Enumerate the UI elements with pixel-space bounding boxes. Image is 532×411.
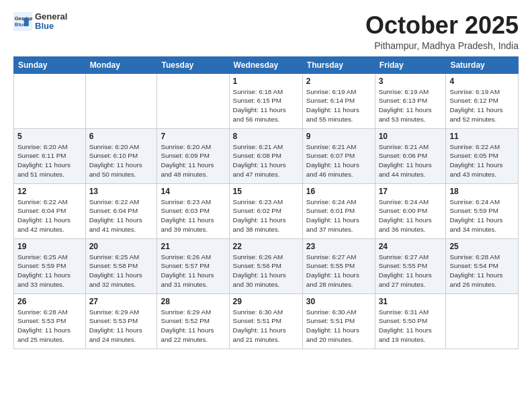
week-row-2: 12Sunrise: 6:22 AM Sunset: 6:04 PM Dayli… (14, 183, 519, 238)
day-number: 4 (449, 77, 515, 86)
week-row-4: 26Sunrise: 6:28 AM Sunset: 5:53 PM Dayli… (14, 293, 519, 349)
day-number: 2 (306, 77, 371, 86)
day-number: 29 (233, 297, 299, 306)
day-number: 28 (161, 297, 225, 306)
day-number: 12 (17, 187, 82, 196)
day-number: 6 (89, 132, 154, 141)
day-info: Sunrise: 6:21 AM Sunset: 6:06 PM Dayligh… (379, 142, 443, 179)
calendar-cell: 15Sunrise: 6:23 AM Sunset: 6:02 PM Dayli… (229, 183, 302, 238)
location-subtitle: Pithampur, Madhya Pradesh, India (365, 40, 519, 51)
day-number: 15 (233, 187, 299, 196)
day-info: Sunrise: 6:29 AM Sunset: 5:52 PM Dayligh… (161, 308, 225, 345)
day-number: 13 (89, 187, 154, 196)
logo-icon: General Blue (13, 12, 32, 31)
week-row-0: 1Sunrise: 6:18 AM Sunset: 6:15 PM Daylig… (14, 73, 519, 128)
calendar-cell: 22Sunrise: 6:26 AM Sunset: 5:56 PM Dayli… (229, 238, 302, 293)
calendar-cell: 10Sunrise: 6:21 AM Sunset: 6:06 PM Dayli… (375, 128, 446, 183)
day-number: 18 (449, 187, 515, 196)
calendar-cell: 24Sunrise: 6:27 AM Sunset: 5:55 PM Dayli… (375, 238, 446, 293)
day-number: 3 (379, 77, 443, 86)
day-number: 23 (306, 242, 371, 251)
day-number: 16 (306, 187, 371, 196)
calendar-cell: 6Sunrise: 6:20 AM Sunset: 6:10 PM Daylig… (85, 128, 157, 183)
weekday-header-row: Sunday Monday Tuesday Wednesday Thursday… (14, 56, 519, 73)
day-number: 8 (233, 132, 299, 141)
header-friday: Friday (375, 56, 446, 73)
day-info: Sunrise: 6:24 AM Sunset: 6:00 PM Dayligh… (379, 197, 443, 234)
svg-text:General: General (15, 16, 32, 22)
day-info: Sunrise: 6:27 AM Sunset: 5:55 PM Dayligh… (379, 253, 443, 289)
calendar-cell: 27Sunrise: 6:29 AM Sunset: 5:53 PM Dayli… (85, 293, 157, 349)
day-info: Sunrise: 6:29 AM Sunset: 5:53 PM Dayligh… (89, 308, 154, 345)
calendar-cell: 18Sunrise: 6:24 AM Sunset: 5:59 PM Dayli… (446, 183, 519, 238)
calendar-cell: 2Sunrise: 6:19 AM Sunset: 6:14 PM Daylig… (302, 73, 375, 128)
day-number: 30 (306, 297, 371, 306)
calendar-body: 1Sunrise: 6:18 AM Sunset: 6:15 PM Daylig… (14, 73, 519, 349)
day-number: 31 (379, 297, 443, 306)
day-number: 21 (161, 242, 225, 251)
calendar-cell: 1Sunrise: 6:18 AM Sunset: 6:15 PM Daylig… (229, 73, 302, 128)
day-info: Sunrise: 6:30 AM Sunset: 5:51 PM Dayligh… (233, 308, 299, 345)
logo: General Blue General Blue (13, 12, 67, 32)
calendar-cell: 23Sunrise: 6:27 AM Sunset: 5:55 PM Dayli… (302, 238, 375, 293)
calendar-cell (85, 73, 157, 128)
calendar-cell (157, 73, 229, 128)
day-info: Sunrise: 6:21 AM Sunset: 6:07 PM Dayligh… (306, 142, 371, 179)
day-number: 5 (17, 132, 82, 141)
week-row-3: 19Sunrise: 6:25 AM Sunset: 5:59 PM Dayli… (14, 238, 519, 293)
day-info: Sunrise: 6:24 AM Sunset: 6:01 PM Dayligh… (306, 197, 371, 234)
day-number: 9 (306, 132, 371, 141)
calendar-cell: 26Sunrise: 6:28 AM Sunset: 5:53 PM Dayli… (14, 293, 86, 349)
calendar-cell (446, 293, 519, 349)
calendar-cell: 9Sunrise: 6:21 AM Sunset: 6:07 PM Daylig… (302, 128, 375, 183)
month-title: October 2025 (365, 12, 519, 39)
calendar-cell: 14Sunrise: 6:23 AM Sunset: 6:03 PM Dayli… (157, 183, 229, 238)
page: General Blue General Blue October 2025 P… (0, 0, 532, 411)
calendar-table: Sunday Monday Tuesday Wednesday Thursday… (13, 56, 519, 349)
calendar-cell: 19Sunrise: 6:25 AM Sunset: 5:59 PM Dayli… (14, 238, 86, 293)
day-info: Sunrise: 6:23 AM Sunset: 6:02 PM Dayligh… (233, 197, 299, 234)
header-thursday: Thursday (302, 56, 375, 73)
header-wednesday: Wednesday (229, 56, 302, 73)
day-info: Sunrise: 6:20 AM Sunset: 6:09 PM Dayligh… (161, 142, 225, 179)
day-info: Sunrise: 6:24 AM Sunset: 5:59 PM Dayligh… (449, 197, 515, 234)
day-info: Sunrise: 6:20 AM Sunset: 6:10 PM Dayligh… (89, 142, 154, 179)
calendar-cell: 4Sunrise: 6:19 AM Sunset: 6:12 PM Daylig… (446, 73, 519, 128)
calendar-cell: 3Sunrise: 6:19 AM Sunset: 6:13 PM Daylig… (375, 73, 446, 128)
day-number: 10 (379, 132, 443, 141)
day-number: 22 (233, 242, 299, 251)
day-info: Sunrise: 6:22 AM Sunset: 6:05 PM Dayligh… (449, 142, 515, 179)
day-info: Sunrise: 6:21 AM Sunset: 6:08 PM Dayligh… (233, 142, 299, 179)
day-info: Sunrise: 6:22 AM Sunset: 6:04 PM Dayligh… (89, 197, 154, 234)
day-info: Sunrise: 6:26 AM Sunset: 5:56 PM Dayligh… (233, 253, 299, 289)
week-row-1: 5Sunrise: 6:20 AM Sunset: 6:11 PM Daylig… (14, 128, 519, 183)
day-number: 20 (89, 242, 154, 251)
calendar-cell: 13Sunrise: 6:22 AM Sunset: 6:04 PM Dayli… (85, 183, 157, 238)
day-info: Sunrise: 6:25 AM Sunset: 5:59 PM Dayligh… (17, 253, 82, 289)
calendar-cell: 28Sunrise: 6:29 AM Sunset: 5:52 PM Dayli… (157, 293, 229, 349)
day-info: Sunrise: 6:25 AM Sunset: 5:58 PM Dayligh… (89, 253, 154, 289)
calendar-cell: 12Sunrise: 6:22 AM Sunset: 6:04 PM Dayli… (14, 183, 86, 238)
calendar-cell: 20Sunrise: 6:25 AM Sunset: 5:58 PM Dayli… (85, 238, 157, 293)
day-info: Sunrise: 6:18 AM Sunset: 6:15 PM Dayligh… (233, 87, 299, 124)
calendar-cell: 17Sunrise: 6:24 AM Sunset: 6:00 PM Dayli… (375, 183, 446, 238)
calendar-cell: 5Sunrise: 6:20 AM Sunset: 6:11 PM Daylig… (14, 128, 86, 183)
day-info: Sunrise: 6:19 AM Sunset: 6:12 PM Dayligh… (449, 87, 515, 124)
day-info: Sunrise: 6:22 AM Sunset: 6:04 PM Dayligh… (17, 197, 82, 234)
day-info: Sunrise: 6:28 AM Sunset: 5:54 PM Dayligh… (449, 253, 515, 289)
calendar-cell: 11Sunrise: 6:22 AM Sunset: 6:05 PM Dayli… (446, 128, 519, 183)
day-number: 14 (161, 187, 225, 196)
day-number: 24 (379, 242, 443, 251)
header-monday: Monday (85, 56, 157, 73)
day-number: 19 (17, 242, 82, 251)
day-number: 26 (17, 297, 82, 306)
header: General Blue General Blue October 2025 P… (13, 12, 519, 51)
calendar-cell (14, 73, 86, 128)
header-sunday: Sunday (14, 56, 86, 73)
day-info: Sunrise: 6:30 AM Sunset: 5:51 PM Dayligh… (306, 308, 371, 345)
day-info: Sunrise: 6:28 AM Sunset: 5:53 PM Dayligh… (17, 308, 82, 345)
header-saturday: Saturday (446, 56, 519, 73)
day-number: 7 (161, 132, 225, 141)
day-info: Sunrise: 6:19 AM Sunset: 6:13 PM Dayligh… (379, 87, 443, 124)
day-info: Sunrise: 6:19 AM Sunset: 6:14 PM Dayligh… (306, 87, 371, 124)
